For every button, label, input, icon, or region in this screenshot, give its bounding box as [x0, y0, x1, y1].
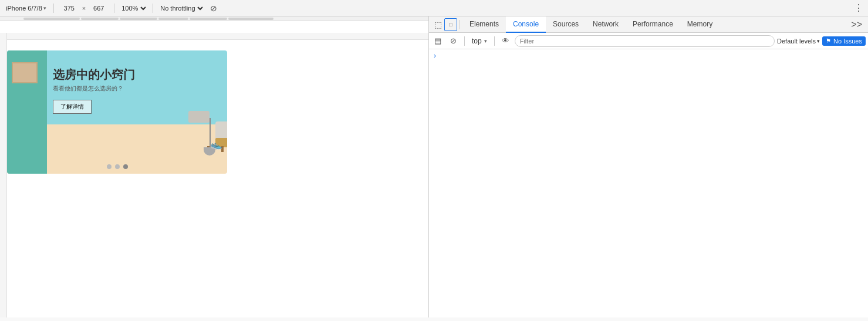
rotate-icon-button[interactable]: ⊘ [207, 2, 220, 15]
shoes-decoration: 👟 [211, 139, 222, 150]
banner-title: 选房中的小窍门 [53, 67, 135, 83]
tab-memory[interactable]: Memory [680, 16, 720, 33]
console-toolbar: ▤ ⊘ top ▾ 👁 Default levels ▾ ⚑ No Issues [429, 33, 868, 49]
separator-3 [153, 4, 153, 13]
separator-1 [53, 4, 54, 13]
eye-icon: 👁 [502, 36, 509, 45]
banner-cta-button[interactable]: 了解详情 [53, 100, 92, 114]
sidebar-icon: ▤ [434, 36, 441, 45]
no-issues-badge[interactable]: ⚑ No Issues [822, 36, 866, 46]
device-toggle-icon: □ [449, 22, 452, 28]
more-icon: ⋮ [854, 2, 862, 13]
cursor-icon: ⬚ [434, 20, 442, 29]
pillow [188, 111, 210, 123]
levels-chevron-icon: ▾ [817, 38, 820, 44]
scroll-progress-bar [0, 16, 428, 21]
banner: 选房中的小窍门 看看他们都是怎么选房的？ 了解详情 [7, 50, 227, 174]
tab-sources[interactable]: Sources [546, 16, 586, 33]
console-separator-2 [494, 36, 495, 46]
banner-dots [7, 164, 227, 169]
dimension-x-label: × [82, 5, 86, 12]
toggle-device-button[interactable]: □ [444, 18, 457, 31]
throttle-select[interactable]: No throttling [158, 4, 205, 12]
dot-3 [123, 164, 128, 169]
dot-2 [115, 164, 120, 169]
banner-container: 选房中的小窍门 看看他们都是怎么选房的？ 了解详情 [7, 50, 227, 174]
no-issues-label: No Issues [833, 38, 862, 45]
devtools-more-button[interactable]: >> [847, 19, 866, 30]
ruler-top [0, 33, 428, 40]
clear-console-button[interactable]: ⊘ [447, 35, 460, 48]
main-container: 选房中的小窍门 看看他们都是怎么选房的？ 了解详情 [0, 16, 868, 317]
device-name-label: iPhone 6/7/8 [6, 5, 42, 12]
picture-frame [12, 62, 38, 83]
chevron-right-icon: >> [851, 19, 862, 29]
height-input[interactable] [88, 5, 109, 12]
sidebar-toggle-button[interactable]: ▤ [431, 35, 444, 48]
ruler-left [0, 33, 7, 317]
chevron-down-icon: ▾ [43, 5, 46, 11]
tab-network[interactable]: Network [586, 16, 626, 33]
tab-separator [460, 20, 460, 29]
context-selector[interactable]: top ▾ [470, 37, 489, 45]
banner-subtitle: 看看他们都是怎么选房的？ [53, 85, 135, 93]
zoom-select[interactable]: 100% [119, 4, 148, 12]
console-content: › [429, 49, 868, 317]
banner-text: 选房中的小窍门 看看他们都是怎么选房的？ 了解详情 [53, 67, 135, 114]
inspect-cursor-button[interactable]: ⬚ [431, 18, 444, 31]
rotate-icon: ⊘ [210, 4, 217, 13]
filter-input[interactable] [515, 35, 775, 47]
separator-2 [114, 4, 114, 13]
width-input[interactable] [59, 5, 80, 12]
devtools-tabs: ⬚ □ Elements Console Sources Network Per… [429, 16, 868, 33]
device-toolbar: iPhone 6/7/8 ▾ × 100% No throttling ⊘ ⋮ [0, 0, 868, 16]
clear-icon: ⊘ [450, 36, 457, 45]
console-prompt-arrow[interactable]: › [433, 50, 437, 61]
tab-elements[interactable]: Elements [462, 16, 506, 33]
eye-button[interactable]: 👁 [499, 35, 512, 48]
emulator-panel: 选房中的小窍门 看看他们都是怎么选房的？ 了解详情 [0, 16, 428, 317]
levels-label: Default levels [777, 38, 816, 45]
context-chevron-icon: ▾ [484, 38, 487, 44]
log-levels-selector[interactable]: Default levels ▾ [777, 38, 820, 45]
tab-console[interactable]: Console [506, 16, 546, 33]
dot-1 [107, 164, 112, 169]
banner-left-decoration [7, 50, 47, 174]
device-selector[interactable]: iPhone 6/7/8 ▾ [4, 4, 49, 13]
context-label: top [472, 37, 482, 45]
console-separator [464, 36, 465, 46]
flag-icon: ⚑ [826, 38, 831, 44]
tab-performance[interactable]: Performance [626, 16, 680, 33]
mattress [215, 121, 227, 138]
more-options-button[interactable]: ⋮ [852, 2, 864, 15]
devtools-panel: ⬚ □ Elements Console Sources Network Per… [428, 16, 868, 317]
